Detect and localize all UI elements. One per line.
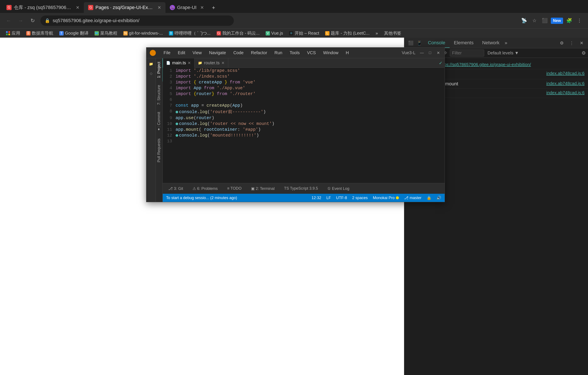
bookmark-leetcode-icon: L [325, 31, 329, 35]
bookmark-runoob-icon: 🐦 [94, 31, 99, 35]
bookmark-other[interactable]: 其他书签 [381, 30, 404, 37]
tab2-close[interactable]: ✕ [158, 5, 161, 10]
new-tab-button[interactable]: + [208, 2, 219, 13]
tab3-close[interactable]: ✕ [200, 5, 204, 10]
bookmark-translate[interactable]: T Google 翻译 [57, 30, 91, 37]
ide-bottom-tab-terminal[interactable]: ▣ 2: Terminal [249, 185, 277, 192]
bookmark-git-icon: N [123, 31, 128, 35]
ide-tab-main-ts[interactable]: 📄 main.ts ✕ [163, 58, 195, 68]
ide-code-editor[interactable]: 1 import './lib/grape.scss' 2 import './… [163, 68, 445, 183]
bookmark-icon[interactable]: ☆ [530, 16, 539, 25]
bookmark-runoob[interactable]: 🐦 菜鸟教程 [92, 30, 120, 37]
console-navigated-link[interactable]: https://sq578657906.gitee.io/grape-ui-ex… [439, 62, 531, 67]
console-router-mount-file[interactable]: index.ab748cad.js:6 [546, 81, 585, 86]
router-ts-label: router.ts [204, 60, 220, 65]
line-num-10: 10 [163, 121, 176, 127]
code-line-2: 2 import './index.scss' [163, 74, 445, 79]
devtools-inspect-icon[interactable]: ⬛ [406, 39, 415, 47]
ide-bottom-tab-todo[interactable]: ≡ TODO [225, 185, 244, 192]
ide-bottom-tab-problems[interactable]: ⚠ 6: Problems [190, 185, 220, 192]
ide-minimize-btn[interactable]: — [419, 50, 425, 56]
code-line-1: 1 import './lib/grape.scss' [163, 68, 445, 74]
ide-menu-file[interactable]: File [160, 49, 174, 56]
console-router-init-file[interactable]: index.ab748cad.js:6 [546, 71, 585, 76]
ide-icon-commit[interactable]: ◇ [148, 70, 155, 77]
line-content-12: console.log('mounted!!!!!!!!!') [176, 132, 445, 138]
ide-icon-folder[interactable]: 📁 [148, 60, 155, 67]
browser-tab-1[interactable]: G 仓库 - zsq (sq578657906) - Git... ✕ [2, 2, 84, 13]
ide-vtab-project[interactable]: 1: Project [155, 58, 163, 82]
line-num-4: 4 [163, 85, 176, 91]
ide-menu-tools[interactable]: Tools [286, 49, 303, 56]
browser-tab-2[interactable]: G Pages · zsq/Grape-UI-Exhibitio... ✕ [84, 2, 166, 13]
devtools-settings-icon[interactable]: ⚙ [557, 39, 566, 47]
code-line-7: 7 const app = createApp(App) [163, 103, 445, 108]
ide-close-btn[interactable]: ✕ [435, 50, 441, 56]
main-ts-close[interactable]: ✕ [188, 61, 191, 65]
filter-input[interactable] [450, 49, 484, 56]
cast-icon[interactable]: 📡 [520, 16, 528, 25]
ide-menu-edit[interactable]: Edit [174, 49, 189, 56]
ide-menu-vcs[interactable]: VCS [304, 49, 319, 56]
devtools-tab-elements[interactable]: Elements [450, 38, 478, 48]
line-content-7: const app = createApp(App) [176, 103, 445, 108]
console-mounted-file[interactable]: index.ab748cad.js:6 [546, 90, 585, 95]
ide-vtab-pullreqs[interactable]: Pull Requests [155, 135, 163, 166]
code-line-3: 3 import { createApp } from 'vue' [163, 79, 445, 85]
ide-vtab-commit[interactable]: ♦: Commit [155, 108, 163, 135]
breakpoint-dot-10 [176, 123, 178, 125]
devtools-dock-icon[interactable]: ⋮ [567, 39, 576, 47]
bookmark-leetcode[interactable]: L 题库 - 力扣 (LeetC... [323, 30, 372, 37]
address-bar: ← → ↻ 🔒 sq578657906.gitee.io/grape-ui-ex… [0, 13, 588, 28]
ide-bottom-tab-eventlog[interactable]: ① Event Log [325, 185, 351, 192]
settings-icon[interactable]: ⋮ [575, 16, 584, 25]
ide-menu-view[interactable]: View [189, 49, 205, 56]
line-content-1: import './lib/grape.scss' [176, 68, 445, 74]
back-button[interactable]: ← [4, 16, 13, 25]
ide-menu-h[interactable]: H [342, 49, 352, 56]
reload-button[interactable]: ↻ [28, 16, 37, 25]
ide-vtab-structure[interactable]: 7: Structure [155, 82, 163, 108]
bookmark-db[interactable]: 🗄 数据库导航 [24, 30, 56, 37]
line-content-6 [176, 97, 445, 103]
bookmark-leetcode-label: 题库 - 力扣 (LeetC... [331, 30, 369, 36]
ide-menu-window[interactable]: Window [320, 49, 342, 56]
devtools-tab-network[interactable]: Network [478, 38, 504, 48]
ide-menu-run[interactable]: Run [271, 49, 286, 56]
devtools-device-icon[interactable]: 📱 [415, 39, 424, 47]
address-input-container[interactable]: 🔒 sq578657906.gitee.io/grape-ui-exhibiti… [40, 15, 234, 26]
tab3-title: Grape-UI [177, 5, 196, 10]
devtools-actions: ⚙ ⋮ ✕ [557, 39, 586, 47]
ide-menu-code[interactable]: Code [230, 49, 247, 56]
bookmark-bilibili[interactable]: B 哔哩哔哩（ ´ `)つ... [166, 30, 213, 37]
bookmark-git[interactable]: N git-for-windows-... [121, 30, 166, 37]
bookmark-vue[interactable]: V Vue.js [263, 30, 286, 37]
forward-button[interactable]: → [16, 16, 25, 25]
default-levels-dropdown[interactable]: Default levels ▼ [486, 50, 521, 56]
ide-logo [150, 50, 156, 56]
ide-maximize-btn[interactable]: □ [427, 50, 433, 56]
ide-bottom-tab-git[interactable]: ⎇ 3: Git [166, 185, 185, 192]
bookmark-react[interactable]: ⚛ 开始 – React [286, 30, 322, 37]
devtools-tab-console[interactable]: Console [424, 38, 450, 48]
router-ts-close[interactable]: ✕ [221, 61, 225, 65]
devtools-close-icon[interactable]: ✕ [577, 39, 586, 47]
bookmark-apps[interactable]: 应用 [3, 30, 23, 37]
bookmark-more[interactable]: » [373, 30, 380, 37]
console-settings-icon[interactable]: ⚙ [582, 50, 586, 56]
browser-tab-3[interactable]: 🍇 Grape-UI ✕ [166, 2, 208, 13]
code-line-12: 12 console.log('mounted!!!!!!!!!') [163, 132, 445, 138]
ide-vertical-tabs: 1: Project 7: Structure ♦: Commit Pull R… [156, 58, 163, 202]
checkmark-icon: ✓ [439, 60, 442, 65]
bookmark-gitee[interactable]: G 我的工作台 - 码云... [214, 30, 262, 37]
tab1-close[interactable]: ✕ [76, 5, 80, 10]
extensions-icon[interactable]: 🧩 [565, 16, 573, 25]
ide-menu-refactor[interactable]: Refactor [247, 49, 271, 56]
ide-menu-navigate[interactable]: Navigate [206, 49, 230, 56]
ide-tab-router-ts[interactable]: 📁 router.ts ✕ [195, 58, 228, 68]
ide-window-buttons: — □ ✕ [419, 50, 441, 56]
devtools-more-tabs[interactable]: » [505, 40, 507, 46]
ide-bottom-tab-ts[interactable]: TS TypeScript 3.9.5 [282, 185, 320, 192]
line-num-2: 2 [163, 74, 176, 79]
profile-icon[interactable]: ⬛ [540, 16, 549, 25]
